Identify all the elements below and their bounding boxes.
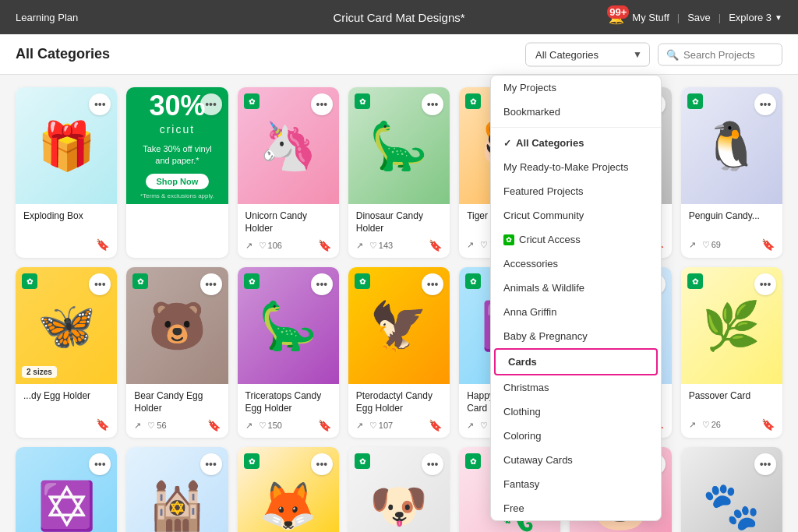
bookmark-button[interactable]: 🔖 <box>96 238 109 251</box>
category-dropdown: All Categories ▼ <box>525 42 650 66</box>
card-menu-button[interactable]: ••• <box>311 93 333 115</box>
share-icon: ↗ <box>467 240 474 250</box>
notification-bell[interactable]: 🔔 99+ <box>609 10 624 25</box>
app-header: Learning Plan Cricut Card Mat Designs* 🔔… <box>0 0 798 34</box>
dropdown-item-christmas[interactable]: Christmas <box>491 375 661 400</box>
bookmark-button[interactable]: 🔖 <box>429 419 442 432</box>
dropdown-item-bookmarked[interactable]: Bookmarked <box>491 100 661 124</box>
bookmark-button[interactable]: 🔖 <box>429 239 442 252</box>
product-card-pesach-r3: 🕍 ••• Pesach Sameach... 🔖 <box>126 447 228 532</box>
heart-icon: ♡ <box>147 421 155 431</box>
card-menu-button[interactable]: ••• <box>754 93 776 115</box>
like-stat[interactable]: ♡ 69 <box>702 240 721 250</box>
share-stat: ↗ <box>467 421 474 431</box>
share-stat: ↗ <box>356 241 363 251</box>
card-menu-button[interactable]: ••• <box>200 453 222 475</box>
sale-brand: cricut <box>160 123 195 136</box>
cricut-badge: ✿ <box>687 93 703 109</box>
card-menu-button[interactable]: ••• <box>422 93 443 115</box>
dropdown-item-baby[interactable]: Baby & Pregnancy <box>491 324 661 348</box>
card-image-passover2: 🌿 ✿ ••• <box>681 267 782 384</box>
save-button[interactable]: Save <box>687 12 711 23</box>
learning-plan-link[interactable]: Learning Plan <box>16 12 78 23</box>
dropdown-item-anna-griffin[interactable]: Anna Griffin <box>491 300 661 324</box>
product-grid-row2: 🦋 ✿ ••• 2 sizes ...dy Egg Holder 🔖 🐻 ✿ •… <box>16 267 782 438</box>
bookmark-button[interactable]: 🔖 <box>761 238 775 251</box>
category-select[interactable]: All Categories <box>525 42 650 66</box>
dropdown-item-free[interactable]: Free <box>491 496 661 520</box>
dropdown-item-ready-to-make[interactable]: My Ready-to-Make Projects <box>491 155 661 179</box>
card-menu-button[interactable]: ••• <box>311 273 333 295</box>
card-menu-button[interactable]: ••• <box>200 273 222 295</box>
dropdown-item-clothing[interactable]: Clothing <box>491 400 661 424</box>
card-actions: ↗ ♡ 26 🔖 <box>689 418 775 431</box>
dropdown-item-animals[interactable]: Animals & Wildlife <box>491 276 661 300</box>
explore-label: Explore 3 <box>729 12 772 23</box>
like-stat[interactable]: ♡ 26 <box>702 420 721 430</box>
bookmark-button[interactable]: 🔖 <box>207 419 221 432</box>
bookmark-button[interactable]: 🔖 <box>761 418 775 431</box>
dropdown-item-access[interactable]: ✿ Cricut Access <box>491 227 661 252</box>
dropdown-divider <box>491 127 661 128</box>
dropdown-item-cutaway[interactable]: Cutaway Cards <box>491 448 661 472</box>
cricut-badge: ✿ <box>355 273 370 289</box>
card-name: Exploding Box <box>23 210 109 234</box>
card-stats: ↗ ♡ 26 <box>689 420 721 430</box>
card-actions: ↗ ♡ 56 🔖 <box>134 419 220 432</box>
bookmark-button[interactable]: 🔖 <box>318 419 331 432</box>
explore-button[interactable]: Explore 3 ▼ <box>729 12 782 23</box>
dropdown-item-my-projects[interactable]: My Projects <box>491 76 661 100</box>
dropdown-item-cards[interactable]: Cards <box>494 348 658 375</box>
product-card-sale: 30% cricut Take 30% off vinyl and paper.… <box>126 87 228 258</box>
card-menu-button[interactable]: ••• <box>754 273 776 295</box>
card-image: 🕍 ••• <box>126 447 228 532</box>
card-info: Pterodactyl Candy Egg Holder ↗ ♡ 107 🔖 <box>348 384 450 438</box>
card-name: Passover Card <box>689 390 775 414</box>
heart-icon: ♡ <box>369 241 377 251</box>
like-stat[interactable]: ♡ 107 <box>369 421 393 431</box>
card-actions: 🔖 <box>23 418 109 431</box>
product-card-dinosaur: 🦕 ✿ ••• Dinosaur Candy Holder ↗ ♡ 143 🔖 <box>348 87 450 258</box>
card-actions: ↗ ♡ 150 🔖 <box>245 419 331 432</box>
share-stat: ↗ <box>689 420 696 430</box>
card-info: Penguin Candy... ↗ ♡ 69 🔖 <box>681 204 782 257</box>
card-info: Triceratops Candy Egg Holder ↗ ♡ 150 🔖 <box>238 384 339 438</box>
cricut-badge: ✿ <box>355 453 370 469</box>
dropdown-item-accessories[interactable]: Accessories <box>491 252 661 276</box>
sale-shop-now-button[interactable]: Shop Now <box>146 174 210 189</box>
card-name: Dinosaur Candy Holder <box>356 210 442 234</box>
product-card-dog: 🐶 ✿ ••• 2 sizes Dog Egg Holder 🔖 <box>348 447 450 532</box>
like-stat[interactable]: ♡ 106 <box>259 241 282 251</box>
like-stat[interactable]: ♡ 56 <box>147 421 166 431</box>
bookmark-button[interactable]: 🔖 <box>96 418 109 431</box>
card-menu-button[interactable]: ••• <box>200 93 222 115</box>
card-image-sale: 30% cricut Take 30% off vinyl and paper.… <box>126 87 228 204</box>
dropdown-item-fantasy[interactable]: Fantasy <box>491 472 661 496</box>
page-title: All Categories <box>16 46 110 62</box>
product-card-gray2: 🐾 ••• 🔖 <box>681 447 782 532</box>
heart-icon: ♡ <box>480 421 488 431</box>
cricut-badge: ✿ <box>465 453 481 469</box>
bookmark-button[interactable]: 🔖 <box>318 239 331 252</box>
like-stat[interactable]: ♡ 150 <box>259 421 282 431</box>
product-card-triceratops: 🦕 ✿ ••• Triceratops Candy Egg Holder ↗ ♡… <box>238 267 339 438</box>
product-card-passover2: 🌿 ✿ ••• Passover Card ↗ ♡ 26 🔖 <box>681 267 782 438</box>
card-info: ...dy Egg Holder 🔖 <box>16 384 117 437</box>
dropdown-item-coloring[interactable]: Coloring <box>491 424 661 448</box>
card-image-triceratops: 🦕 ✿ ••• <box>238 267 339 384</box>
dropdown-item-community[interactable]: Cricut Community <box>491 203 661 227</box>
dropdown-item-all-categories[interactable]: ✓ All Categories <box>491 131 661 155</box>
card-info: Unicorn Candy Holder ↗ ♡ 106 🔖 <box>238 204 339 258</box>
like-stat[interactable]: ♡ 143 <box>369 241 393 251</box>
heart-icon: ♡ <box>259 241 267 251</box>
category-dropdown-menu: My Projects Bookmarked ✓ All Categories … <box>490 75 662 521</box>
main-content: 🎁 ••• Exploding Box 🔖 30% cricut Take 30… <box>0 75 798 532</box>
card-info: Bear Candy Egg Holder ↗ ♡ 56 🔖 <box>126 384 228 438</box>
share-icon: ↗ <box>689 240 696 250</box>
header-right: 🔔 99+ My Stuff | Save | Explore 3 ▼ <box>609 10 782 25</box>
search-input[interactable] <box>683 48 774 60</box>
product-card-penguin: 🐧 ✿ ••• Penguin Candy... ↗ ♡ 69 🔖 <box>681 87 782 258</box>
heart-icon: ♡ <box>702 420 710 430</box>
dropdown-item-featured[interactable]: Featured Projects <box>491 179 661 203</box>
my-stuff-link[interactable]: My Stuff <box>632 12 669 23</box>
